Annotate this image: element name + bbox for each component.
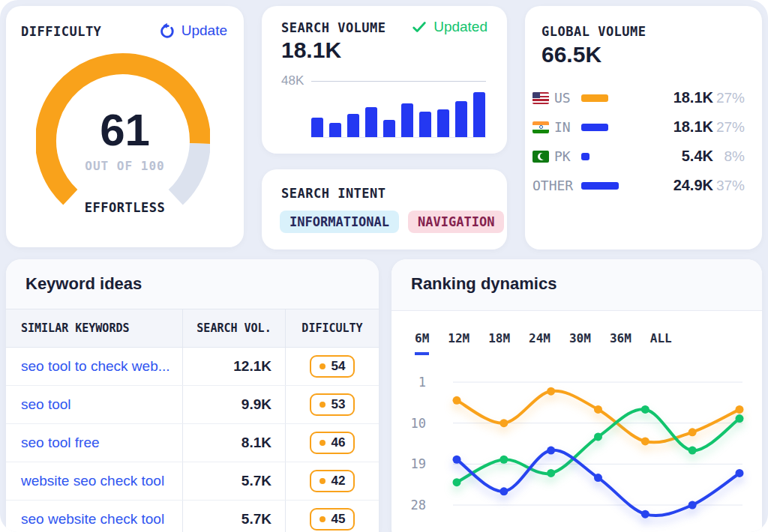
data-point bbox=[641, 437, 650, 445]
search-volume-cell: 8.1K bbox=[242, 435, 272, 451]
refresh-icon bbox=[159, 22, 176, 39]
country-code: US bbox=[554, 90, 571, 106]
data-point bbox=[688, 447, 697, 455]
keyword-link[interactable]: seo website check tool bbox=[21, 511, 164, 527]
difficulty-dot-icon bbox=[320, 363, 326, 369]
pk-flag-icon bbox=[532, 151, 549, 163]
country-volume-bar bbox=[581, 182, 619, 190]
table-header: SIMILAR KEYWORDS SEARCH VOL. DIFICULTY bbox=[6, 309, 379, 348]
difficulty-badge: 45 bbox=[310, 508, 356, 531]
table-row: seo tool 9.9K 53 bbox=[6, 386, 379, 424]
data-point bbox=[641, 510, 650, 519]
data-point bbox=[500, 456, 508, 464]
volume-bar bbox=[311, 118, 323, 137]
volume-bar bbox=[329, 123, 341, 137]
volume-bar bbox=[383, 120, 395, 137]
data-point bbox=[453, 456, 461, 464]
difficulty-badge: 54 bbox=[310, 355, 356, 378]
volume-bar bbox=[347, 114, 359, 137]
seo-dashboard: DIFFICULTY Update 61 OUT OF 100 EFFORTLE… bbox=[0, 0, 768, 532]
volume-bar bbox=[419, 112, 431, 137]
country-volume: 18.1K bbox=[647, 118, 713, 136]
data-point bbox=[688, 501, 697, 510]
search-volume-cell: 5.7K bbox=[242, 473, 272, 489]
tab-18m[interactable]: 18M bbox=[488, 331, 510, 355]
col-header-similar-keywords: SIMILAR KEYWORDS bbox=[6, 321, 182, 335]
table-row: website seo check tool 5.7K 42 bbox=[6, 462, 379, 501]
volume-bar bbox=[473, 92, 485, 137]
country-code: IN bbox=[554, 119, 571, 135]
search-volume-axis: 48K bbox=[281, 73, 486, 88]
tab-24m[interactable]: 24M bbox=[529, 331, 550, 355]
data-point bbox=[500, 419, 508, 427]
data-point bbox=[547, 469, 555, 477]
table-row: seo tool to check web... 12.1K 54 bbox=[6, 348, 379, 386]
country-volume: 5.4K bbox=[647, 148, 713, 165]
search-volume-title: SEARCH VOLUME bbox=[281, 20, 386, 35]
search-volume-cell: 9.9K bbox=[242, 396, 272, 413]
tab-6m[interactable]: 6M bbox=[415, 331, 429, 355]
intent-badge-navigation: NAVIGATION bbox=[408, 211, 504, 233]
data-point bbox=[641, 405, 650, 414]
country-row-other: OTHER 24.9K 37% bbox=[532, 171, 745, 200]
data-point bbox=[500, 487, 508, 495]
data-point bbox=[547, 387, 555, 396]
search-volume-bars bbox=[311, 92, 486, 138]
series-keyword-3 bbox=[453, 447, 744, 519]
search-volume-value: 18.1K bbox=[281, 37, 341, 63]
data-point bbox=[453, 396, 461, 405]
country-volume-bar bbox=[581, 94, 608, 102]
country-volume: 24.9K bbox=[647, 177, 713, 194]
check-icon bbox=[411, 19, 428, 35]
data-point bbox=[594, 405, 602, 414]
search-volume-cell: 5.7K bbox=[242, 511, 272, 528]
tab-12m[interactable]: 12M bbox=[448, 331, 470, 355]
country-percent: 8% bbox=[713, 148, 745, 165]
period-tabs: 6M 12M 18M 24M 30M 36M ALL bbox=[415, 331, 672, 355]
keyword-ideas-title: Keyword ideas bbox=[26, 274, 142, 294]
axis-max-label: 48K bbox=[281, 73, 304, 88]
tab-all[interactable]: ALL bbox=[650, 331, 672, 355]
ranking-dynamics-title: Ranking dynamics bbox=[411, 274, 556, 294]
country-row-in: IN 18.1K 27% bbox=[532, 112, 745, 142]
difficulty-value: 53 bbox=[332, 397, 346, 412]
ranking-line-chart bbox=[392, 364, 762, 532]
volume-bar bbox=[365, 107, 377, 137]
data-point bbox=[735, 469, 743, 477]
data-point bbox=[594, 474, 602, 482]
divider bbox=[392, 310, 762, 311]
update-button[interactable]: Update bbox=[159, 22, 227, 39]
updated-status: Updated bbox=[411, 19, 488, 35]
col-header-difficulty: DIFICULTY bbox=[285, 309, 379, 347]
search-volume-card: SEARCH VOLUME Updated 18.1K 48K bbox=[262, 6, 507, 154]
ranking-dynamics-card: Ranking dynamics 6M 12M 18M 24M 30M 36M … bbox=[392, 259, 762, 532]
search-intent-card: SEARCH INTENT INFORMATIONAL NAVIGATION bbox=[262, 169, 507, 250]
country-volume: 18.1K bbox=[647, 89, 713, 106]
volume-bar bbox=[437, 109, 449, 137]
keyword-link[interactable]: seo tool to check web... bbox=[21, 358, 170, 374]
country-code: PK bbox=[554, 148, 571, 164]
axis-line bbox=[311, 81, 486, 82]
difficulty-title: DIFFICULTY bbox=[21, 24, 101, 39]
data-point bbox=[594, 432, 602, 441]
data-point bbox=[453, 478, 461, 486]
country-code: OTHER bbox=[532, 178, 573, 193]
country-row-us: US 18.1K 27% bbox=[532, 83, 745, 112]
country-percent: 27% bbox=[713, 90, 745, 106]
volume-bar bbox=[401, 103, 413, 137]
data-point bbox=[735, 414, 743, 423]
keyword-link[interactable]: seo tool bbox=[21, 396, 71, 412]
difficulty-badge: 42 bbox=[310, 470, 356, 492]
data-point bbox=[547, 447, 555, 455]
global-volume-card: GLOBAL VOLUME 66.5K US 18.1K 27% IN 18.1… bbox=[525, 6, 762, 250]
tab-30m[interactable]: 30M bbox=[569, 331, 591, 355]
intent-badge-informational: INFORMATIONAL bbox=[280, 211, 399, 233]
country-breakdown: US 18.1K 27% IN 18.1K 27% PK bbox=[532, 83, 745, 200]
tab-36m[interactable]: 36M bbox=[610, 331, 632, 355]
difficulty-value: 45 bbox=[332, 512, 346, 527]
keyword-link[interactable]: website seo check tool bbox=[21, 473, 164, 489]
keyword-link[interactable]: seo tool free bbox=[21, 435, 100, 450]
keyword-table: SIMILAR KEYWORDS SEARCH VOL. DIFICULTY s… bbox=[6, 309, 379, 532]
col-header-search-vol: SEARCH VOL. bbox=[182, 309, 285, 347]
volume-bar bbox=[455, 101, 467, 137]
